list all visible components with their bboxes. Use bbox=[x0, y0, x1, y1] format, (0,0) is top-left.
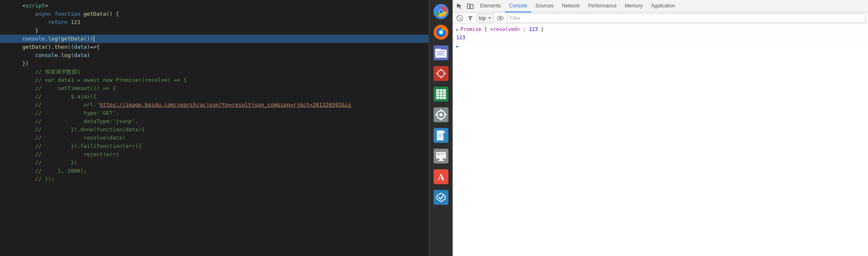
taskbar-icon-chrome[interactable] bbox=[431, 2, 451, 21]
code-line: // type:'GET', bbox=[0, 109, 429, 117]
code-line: // setTimeout(() => { bbox=[0, 84, 429, 92]
devtools-top-toolbar: Elements Console Sources Network Perform… bbox=[453, 0, 868, 12]
taskbar-icon-systemtools[interactable] bbox=[431, 146, 451, 166]
code-line: // url:'https://image.baidu.com/search/a… bbox=[0, 101, 429, 109]
code-line: console.log(data) bbox=[0, 51, 429, 59]
code-line: } bbox=[0, 26, 429, 35]
svg-rect-15 bbox=[434, 66, 448, 81]
code-line: // resolve(data) bbox=[0, 134, 429, 142]
taskbar: A bbox=[429, 0, 453, 256]
code-editor[interactable]: <script> async function getData() { retu… bbox=[0, 0, 429, 256]
taskbar-icon-text[interactable]: A bbox=[431, 167, 451, 187]
code-line: // }).fail(function(err){ bbox=[0, 142, 429, 150]
tab-elements[interactable]: Elements bbox=[476, 0, 505, 12]
tab-application[interactable]: Application bbox=[647, 0, 679, 12]
svg-point-57 bbox=[499, 17, 501, 19]
console-output[interactable]: ▶ Promise { <resolved> : 123 } 123 ► bbox=[453, 24, 868, 256]
svg-rect-14 bbox=[437, 55, 444, 55]
svg-rect-46 bbox=[437, 153, 440, 155]
taskbar-icon-tools[interactable] bbox=[431, 105, 451, 125]
console-entry-promise: ▶ Promise { <resolved> : 123 } bbox=[453, 26, 868, 34]
svg-rect-41 bbox=[438, 137, 442, 137]
code-line: async function getData() { bbox=[0, 10, 429, 18]
code-line: // }) bbox=[0, 159, 429, 167]
taskbar-icon-remote[interactable] bbox=[431, 187, 451, 207]
code-line: // }); bbox=[0, 175, 429, 183]
svg-rect-40 bbox=[438, 135, 443, 136]
console-prompt-icon: ► bbox=[456, 43, 459, 49]
device-toolbar-button[interactable] bbox=[465, 1, 475, 11]
svg-point-8 bbox=[439, 31, 443, 34]
code-line: <script> bbox=[0, 2, 429, 10]
svg-text:A: A bbox=[438, 172, 444, 182]
code-line: // reject(err) bbox=[0, 150, 429, 159]
svg-rect-43 bbox=[436, 152, 446, 159]
code-line: // var data1 = await new Promise((resolv… bbox=[0, 76, 429, 84]
svg-rect-47 bbox=[441, 153, 446, 154]
tab-memory[interactable]: Memory bbox=[621, 0, 647, 12]
taskbar-icon-spreadsheet[interactable] bbox=[431, 84, 451, 104]
code-line: return 123 bbox=[0, 18, 429, 26]
code-line: // $.ajax({ bbox=[0, 92, 429, 101]
tab-console[interactable]: Console bbox=[505, 0, 531, 12]
svg-point-30 bbox=[439, 113, 443, 116]
svg-rect-12 bbox=[437, 51, 445, 52]
taskbar-icon-firefox[interactable] bbox=[431, 22, 451, 42]
console-prompt-line[interactable]: ► bbox=[453, 42, 868, 50]
inspect-element-button[interactable] bbox=[455, 1, 464, 11]
svg-rect-53 bbox=[470, 5, 473, 9]
console-entry-number: 123 bbox=[453, 34, 868, 42]
svg-line-55 bbox=[458, 17, 461, 20]
taskbar-icon-settings[interactable] bbox=[431, 64, 451, 83]
console-eye-button[interactable] bbox=[496, 14, 504, 22]
devtools-panel: Elements Console Sources Network Perform… bbox=[453, 0, 868, 256]
console-context-dropdown[interactable]: top bbox=[477, 14, 494, 23]
console-filter-input[interactable]: Filter bbox=[507, 14, 866, 23]
svg-point-4 bbox=[439, 10, 443, 13]
code-line: getData().then((data)=>{ bbox=[0, 43, 429, 51]
code-lines: <script> async function getData() { retu… bbox=[0, 0, 429, 185]
svg-rect-48 bbox=[441, 154, 444, 155]
svg-rect-13 bbox=[437, 53, 443, 54]
code-line: // }, 2000); bbox=[0, 167, 429, 175]
code-line: // 假装请求数据1 bbox=[0, 68, 429, 76]
filter-icon bbox=[466, 14, 474, 22]
tab-network[interactable]: Network bbox=[558, 0, 584, 12]
tab-performance[interactable]: Performance bbox=[584, 0, 621, 12]
svg-rect-11 bbox=[435, 49, 441, 51]
taskbar-icon-document[interactable] bbox=[431, 126, 451, 145]
code-line: // }).done(function(data){ bbox=[0, 126, 429, 134]
console-toolbar: top Filter bbox=[453, 12, 868, 24]
devtools-tabs: Elements Console Sources Network Perform… bbox=[476, 0, 866, 12]
svg-rect-45 bbox=[438, 160, 444, 161]
expand-icon[interactable]: ▶ bbox=[456, 27, 459, 32]
clear-console-button[interactable] bbox=[455, 14, 464, 22]
svg-rect-44 bbox=[439, 159, 443, 160]
svg-rect-52 bbox=[467, 4, 470, 9]
tab-sources[interactable]: Sources bbox=[531, 0, 558, 12]
svg-rect-51 bbox=[434, 190, 448, 205]
code-line: // dataType:'jsonp', bbox=[0, 117, 429, 126]
code-line: }) bbox=[0, 59, 429, 68]
svg-rect-39 bbox=[438, 134, 444, 135]
code-line-highlighted: console.log(getData()) bbox=[0, 35, 429, 43]
taskbar-icon-filemanager[interactable] bbox=[431, 43, 451, 63]
